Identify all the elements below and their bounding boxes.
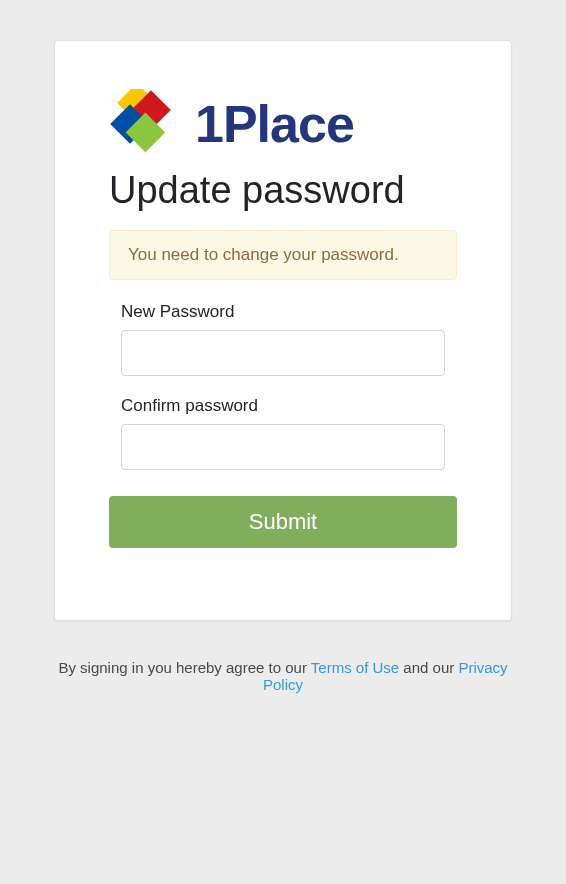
new-password-label: New Password [121, 302, 445, 322]
password-update-card: 1Place Update password You need to chang… [54, 40, 512, 621]
page-title: Update password [109, 169, 457, 212]
footer-legal: By signing in you hereby agree to our Te… [54, 659, 512, 693]
new-password-input[interactable] [121, 330, 445, 376]
footer-prefix: By signing in you hereby agree to our [58, 659, 310, 676]
confirm-password-label: Confirm password [121, 396, 445, 416]
alert-warning: You need to change your password. [109, 230, 457, 280]
terms-of-use-link[interactable]: Terms of Use [311, 659, 399, 676]
submit-button[interactable]: Submit [109, 496, 457, 548]
logo-icon [109, 89, 179, 159]
logo-text: 1Place [195, 94, 354, 154]
confirm-password-group: Confirm password [109, 396, 457, 470]
confirm-password-input[interactable] [121, 424, 445, 470]
new-password-group: New Password [109, 302, 457, 376]
logo: 1Place [109, 89, 457, 159]
footer-middle: and our [399, 659, 458, 676]
